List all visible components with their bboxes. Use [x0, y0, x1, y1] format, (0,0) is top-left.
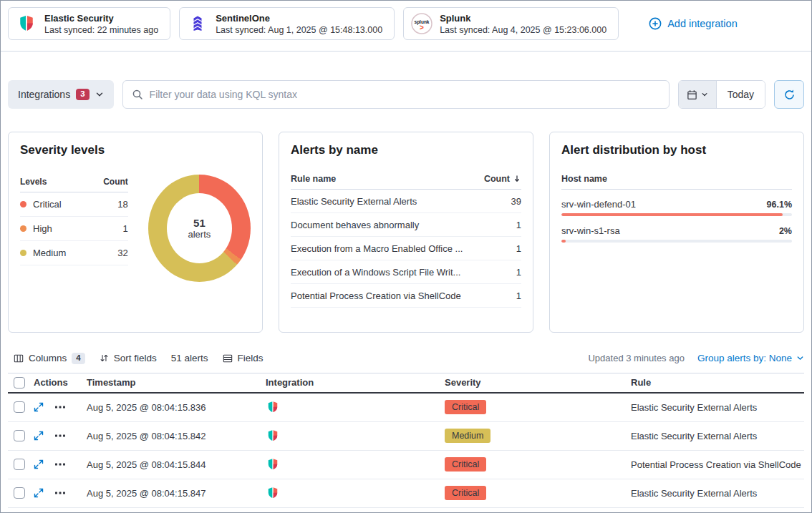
today-button[interactable]: Today	[717, 81, 765, 108]
alerts-toolbar: Columns 4 Sort fields 51 alerts Fields U…	[8, 353, 804, 364]
column-header-timestamp[interactable]: Timestamp	[87, 377, 266, 388]
rule-name: Execution from a Macro Enabled Office ..…	[291, 243, 470, 254]
alert-name-row[interactable]: Execution from a Macro Enabled Office ..…	[291, 237, 521, 260]
integrations-filter-label: Integrations	[18, 89, 70, 100]
alert-row[interactable]: Aug 5, 2025 @ 08:04:15.842 Medium Elasti…	[8, 422, 804, 451]
rule-name-column-header: Rule name	[291, 174, 336, 184]
host-row[interactable]: srv-win-s1-rsa 2%	[561, 225, 792, 243]
alert-row[interactable]: Aug 5, 2025 @ 08:04:15.847 Critical Elas…	[8, 479, 804, 508]
svg-text:>: >	[420, 24, 424, 31]
severity-dot	[20, 225, 26, 232]
severity-label: Critical	[33, 199, 62, 210]
security-alerts-dashboard: Elastic Security Last synced: 22 minutes…	[0, 0, 812, 513]
severity-donut-chart: 51 alerts	[148, 175, 251, 282]
integration-last-synced: Last synced: Aug 4, 2025 @ 15:23:06.000	[440, 25, 606, 35]
host-name: srv-win-s1-rsa	[561, 225, 620, 236]
more-actions-button[interactable]	[55, 492, 65, 494]
splunk-logo-icon: splunk >	[411, 13, 432, 34]
count-column-header[interactable]: Count	[484, 174, 521, 184]
search-icon	[132, 89, 143, 100]
columns-button[interactable]: Columns 4	[14, 353, 85, 364]
alert-name-row[interactable]: Elastic Security External Alerts 39	[291, 190, 521, 213]
more-actions-button[interactable]	[55, 463, 65, 466]
integration-icon-elastic	[266, 486, 445, 500]
severity-badge: Critical	[445, 486, 486, 500]
severity-count: 1	[123, 223, 128, 234]
refresh-button[interactable]	[774, 80, 804, 109]
more-actions-icon	[55, 434, 65, 437]
expand-alert-button[interactable]	[34, 402, 44, 412]
row-checkbox[interactable]	[14, 401, 25, 413]
alert-distribution-by-host-panel: Alert distribution by host Host name srv…	[549, 132, 804, 333]
filter-bar: Integrations 3	[8, 80, 804, 109]
alert-timestamp: Aug 5, 2025 @ 08:04:15.842	[87, 431, 266, 441]
integration-card-sentinelone[interactable]: SentinelOne Last synced: Aug 1, 2025 @ 1…	[179, 7, 395, 40]
refresh-icon	[783, 89, 796, 101]
severity-row-high[interactable]: High 1	[20, 217, 128, 241]
select-all-checkbox[interactable]	[14, 377, 25, 389]
rule-name: Elastic Security External Alerts	[291, 196, 424, 207]
alert-timestamp: Aug 5, 2025 @ 08:04:15.847	[87, 488, 266, 499]
column-header-severity[interactable]: Severity	[445, 377, 631, 388]
chevron-down-icon	[796, 354, 804, 362]
alert-rule: Elastic Security External Alerts	[631, 402, 804, 413]
kql-search-input[interactable]	[150, 89, 660, 100]
integration-icon-elastic	[266, 429, 445, 443]
sort-fields-button[interactable]: Sort fields	[100, 353, 157, 363]
fields-icon	[223, 353, 233, 363]
more-actions-button[interactable]	[55, 434, 65, 437]
panel-title: Severity levels	[20, 143, 251, 157]
column-header-actions[interactable]: Actions	[34, 377, 87, 388]
severity-row-medium[interactable]: Medium 32	[20, 241, 128, 265]
alerts-table: Actions Timestamp Integration Severity R…	[8, 373, 804, 508]
more-actions-icon	[55, 492, 65, 494]
columns-label: Columns	[29, 353, 67, 363]
integrations-filter-button[interactable]: Integrations 3	[8, 80, 114, 109]
host-bar-fill	[561, 240, 566, 243]
expand-icon	[34, 402, 44, 412]
alert-name-row[interactable]: Document behaves abnormally 1	[291, 213, 521, 237]
more-actions-button[interactable]	[55, 406, 65, 409]
circle-plus-icon	[649, 17, 662, 30]
integration-name: Elastic Security	[44, 13, 158, 24]
alert-row[interactable]: Aug 5, 2025 @ 08:04:15.844 Critical Pote…	[8, 451, 804, 479]
summary-panels: Severity levels Levels Count Critical 18…	[8, 132, 804, 333]
fields-button[interactable]: Fields	[223, 353, 264, 363]
more-actions-icon	[55, 463, 65, 466]
expand-alert-button[interactable]	[34, 459, 44, 469]
expand-alert-button[interactable]	[34, 488, 44, 498]
integration-card-splunk[interactable]: splunk > Splunk Last synced: Aug 4, 2025…	[403, 7, 619, 40]
severity-table: Levels Count Critical 18 High 1	[20, 172, 128, 265]
row-checkbox[interactable]	[14, 487, 25, 499]
row-checkbox[interactable]	[14, 430, 25, 441]
expand-alert-button[interactable]	[34, 431, 44, 441]
alert-count-label: 51 alerts	[171, 353, 208, 363]
chevron-down-icon	[701, 91, 708, 98]
severity-row-critical[interactable]: Critical 18	[20, 192, 128, 217]
column-header-rule[interactable]: Rule	[631, 377, 804, 388]
rule-name: Execution of a Windows Script File Writ.…	[291, 267, 468, 278]
alert-row[interactable]: Aug 5, 2025 @ 08:04:15.836 Critical Elas…	[8, 394, 804, 422]
integration-last-synced: Last synced: 22 minutes ago	[44, 25, 158, 35]
host-name-column-header: Host name	[561, 169, 792, 190]
date-picker-button[interactable]	[679, 81, 717, 108]
group-alerts-by-button[interactable]: Group alerts by: None	[697, 353, 804, 363]
today-label: Today	[728, 89, 754, 100]
table-columns-icon	[14, 353, 24, 363]
host-row[interactable]: srv-win-defend-01 96.1%	[561, 199, 792, 216]
sort-fields-icon	[100, 353, 109, 363]
panel-title: Alert distribution by host	[561, 143, 792, 157]
sort-descending-icon	[513, 175, 521, 183]
rule-count: 1	[516, 243, 521, 254]
add-integration-label: Add integration	[667, 18, 738, 29]
severity-levels-panel: Severity levels Levels Count Critical 18…	[8, 132, 263, 333]
alert-name-row[interactable]: Execution of a Windows Script File Writ.…	[291, 260, 521, 284]
integration-card-elastic-security[interactable]: Elastic Security Last synced: 22 minutes…	[8, 7, 170, 40]
alert-name-row[interactable]: Potential Process Creation via ShellCode…	[291, 284, 521, 308]
alert-timestamp: Aug 5, 2025 @ 08:04:15.844	[87, 459, 266, 470]
rule-name: Potential Process Creation via ShellCode	[291, 290, 468, 301]
add-integration-button[interactable]: Add integration	[649, 17, 738, 30]
column-header-integration[interactable]: Integration	[266, 377, 445, 388]
rule-name: Document behaves abnormally	[291, 220, 426, 230]
row-checkbox[interactable]	[14, 459, 25, 470]
